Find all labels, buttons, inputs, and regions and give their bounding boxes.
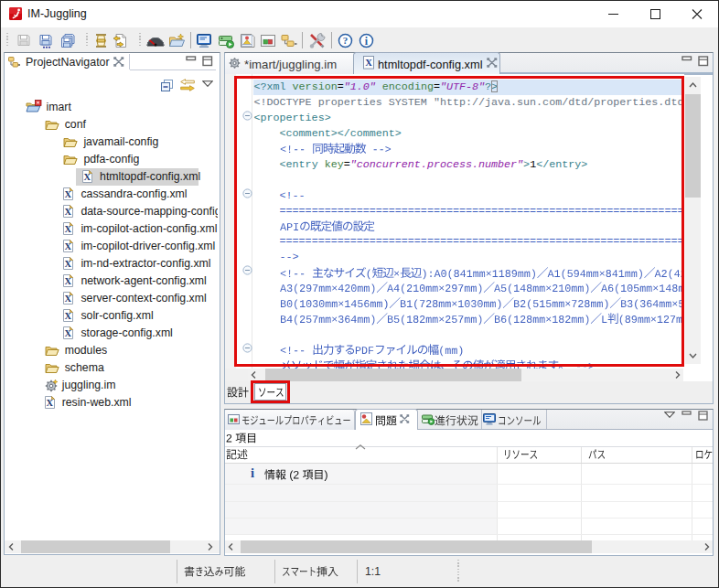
- svg-text:X: X: [65, 207, 72, 217]
- svg-text:X: X: [65, 259, 72, 269]
- svg-text:X: X: [65, 224, 72, 234]
- svg-text:X: X: [65, 328, 72, 338]
- svg-text:X: X: [84, 172, 91, 182]
- svg-text:X: X: [46, 398, 53, 408]
- svg-text:X: X: [65, 189, 72, 199]
- svg-text:X: X: [365, 58, 372, 68]
- svg-text:X: X: [65, 241, 72, 251]
- svg-text:X: X: [65, 311, 72, 321]
- svg-text:X: X: [65, 294, 72, 304]
- svg-text:?: ?: [343, 35, 349, 46]
- svg-text:X: X: [65, 276, 72, 286]
